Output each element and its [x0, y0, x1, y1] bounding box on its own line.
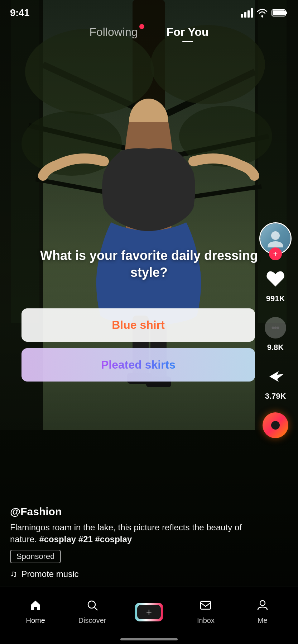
music-disc-center	[271, 421, 280, 430]
home-label: Home	[26, 616, 45, 625]
creator-username[interactable]: @Fashion	[10, 506, 245, 518]
inbox-icon	[200, 599, 212, 614]
top-navigation: Following For You	[0, 20, 298, 44]
poll-question-container: What is your favorite daily dressing sty…	[0, 247, 298, 281]
comment-count: 9.8K	[267, 343, 284, 352]
right-sidebar: + 991K 9.8K	[259, 222, 292, 438]
heart-icon-container	[263, 266, 288, 292]
wifi-icon	[256, 8, 268, 18]
share-icon	[265, 366, 286, 387]
battery-icon	[271, 9, 288, 17]
nav-inbox[interactable]: Inbox	[177, 599, 234, 625]
following-tab[interactable]: Following	[89, 25, 138, 39]
comment-icon-container	[263, 315, 288, 341]
foryou-tab[interactable]: For You	[167, 25, 209, 39]
status-icons	[241, 8, 288, 18]
status-bar: 9:41	[0, 0, 298, 22]
svg-point-34	[260, 601, 265, 606]
share-icon-container	[263, 364, 288, 389]
home-icon	[29, 599, 42, 614]
music-disc-icon	[263, 412, 288, 438]
svg-point-28	[272, 327, 274, 329]
comment-button[interactable]: 9.8K	[263, 315, 288, 352]
notification-dot	[139, 24, 144, 29]
svg-point-27	[271, 231, 280, 240]
svg-rect-26	[273, 10, 285, 15]
signal-icon	[241, 8, 253, 18]
discover-icon	[86, 599, 98, 614]
comment-bubble-icon	[265, 317, 286, 338]
heart-icon	[265, 269, 286, 289]
like-count: 991K	[266, 294, 285, 303]
nav-me[interactable]: Me	[234, 599, 291, 625]
post-info: @Fashion Flamingos roam in the lake, thi…	[0, 506, 255, 579]
svg-point-31	[88, 601, 95, 608]
music-info: ♫ Promote music	[10, 568, 245, 579]
music-note-icon: ♫	[10, 568, 17, 579]
svg-point-29	[274, 327, 277, 329]
me-icon	[256, 599, 269, 614]
share-count: 3.79K	[265, 392, 286, 401]
discover-label: Discover	[78, 616, 106, 625]
share-button[interactable]: 3.79K	[263, 364, 288, 401]
poll-options-container: Blue shirt Pleated skirts	[21, 308, 255, 382]
nav-discover[interactable]: Discover	[64, 599, 120, 625]
svg-line-32	[95, 607, 97, 610]
nav-home[interactable]: Home	[7, 599, 64, 625]
post-description: Flamingos roam in the lake, this picture…	[10, 521, 245, 545]
bottom-navigation: Home Discover + Inbox	[0, 587, 298, 644]
creator-avatar-container: +	[259, 222, 292, 255]
home-indicator	[120, 638, 178, 640]
svg-point-23	[261, 15, 263, 17]
me-label: Me	[258, 616, 268, 625]
svg-rect-33	[201, 601, 211, 609]
nav-create[interactable]: +	[121, 603, 177, 621]
status-time: 9:41	[10, 7, 29, 19]
music-label: Promote music	[21, 569, 79, 579]
plus-icon: +	[137, 605, 161, 619]
create-button[interactable]: +	[135, 603, 163, 621]
follow-button[interactable]: +	[269, 247, 282, 260]
music-disc-button[interactable]	[263, 412, 288, 438]
poll-question-text: What is your favorite daily dressing sty…	[21, 247, 277, 281]
poll-option-blue-shirt[interactable]: Blue shirt	[21, 308, 255, 342]
like-button[interactable]: 991K	[263, 266, 288, 303]
sponsored-badge: Sponsored	[10, 550, 61, 563]
inbox-label: Inbox	[197, 616, 215, 625]
poll-option-pleated-skirts[interactable]: Pleated skirts	[21, 348, 255, 382]
svg-point-30	[277, 327, 279, 329]
svg-rect-25	[285, 11, 287, 14]
